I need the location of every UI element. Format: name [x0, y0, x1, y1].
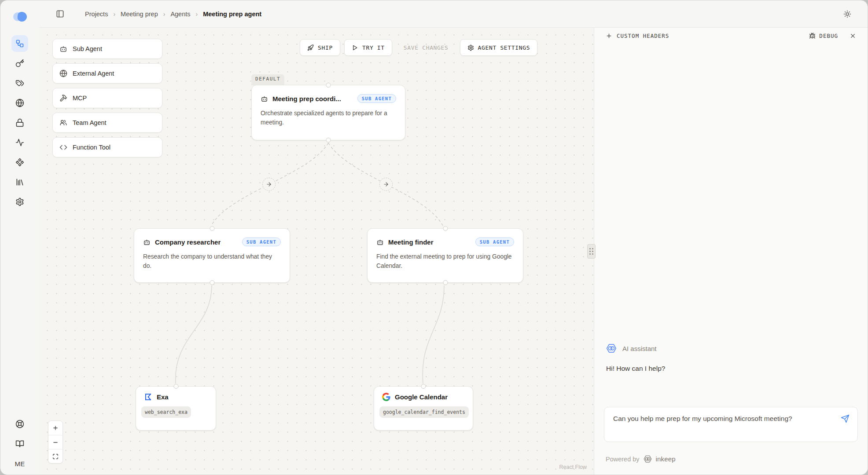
- bot-icon: [376, 238, 384, 246]
- node-google-calendar-tool[interactable]: Google Calendar google_calendar_find_eve…: [374, 386, 473, 431]
- breadcrumb-agents[interactable]: Agents: [170, 11, 190, 18]
- zoom-out-button[interactable]: [48, 435, 63, 449]
- help-lifebuoy-icon[interactable]: [11, 416, 28, 432]
- breadcrumb: Projects Meeting prep Agents Meeting pre…: [85, 11, 261, 18]
- save-changes-button[interactable]: SAVE CHANGES: [396, 39, 456, 56]
- app-window: ME Projects Meeting prep Agents Meeting …: [0, 0, 868, 475]
- node-handle[interactable]: [210, 280, 214, 285]
- tool-title: Exa: [157, 393, 169, 401]
- node-handle[interactable]: [326, 83, 331, 88]
- custom-headers-label: CUSTOM HEADERS: [617, 33, 669, 39]
- assistant-header: AI assistant: [606, 343, 657, 354]
- breadcrumb-current-agent: Meeting prep agent: [203, 11, 261, 18]
- palette-team-agent[interactable]: Team Agent: [52, 113, 162, 133]
- nav-globe-icon[interactable]: [11, 95, 28, 111]
- close-panel-icon[interactable]: [850, 33, 856, 39]
- node-handle[interactable]: [443, 280, 448, 285]
- node-handle[interactable]: [173, 384, 178, 389]
- nav-tags-icon[interactable]: [11, 75, 28, 91]
- node-handle[interactable]: [443, 226, 448, 231]
- palette-external-agent[interactable]: External Agent: [52, 63, 162, 84]
- rocket-icon: [307, 44, 314, 51]
- nav-components-icon[interactable]: [11, 154, 28, 171]
- node-meeting-prep-coordinator[interactable]: Meeting prep coordi... SUB AGENT Orchest…: [251, 85, 405, 140]
- palette-item-label: Team Agent: [73, 119, 107, 126]
- fit-view-button[interactable]: [48, 449, 63, 463]
- chat-panel-header: CUSTOM HEADERS DEBUG: [594, 28, 868, 44]
- breadcrumb-separator: [196, 11, 198, 18]
- sub-agent-badge: SUB AGENT: [357, 94, 396, 103]
- breadcrumb-separator: [113, 11, 115, 18]
- nav-lock-icon[interactable]: [11, 114, 28, 131]
- node-exa-tool[interactable]: Exa web_search_exa: [136, 386, 216, 431]
- node-title: Meeting prep coordi...: [272, 95, 341, 102]
- breadcrumb-meeting-prep[interactable]: Meeting prep: [121, 11, 158, 18]
- agent-settings-button[interactable]: AGENT SETTINGS: [460, 39, 538, 56]
- node-company-researcher[interactable]: Company researcher SUB AGENT Research th…: [134, 228, 290, 283]
- ship-button[interactable]: SHIP: [300, 39, 340, 56]
- inkeep-logo-icon: [643, 454, 652, 464]
- panel-resize-handle[interactable]: [587, 244, 596, 259]
- chat-panel: CUSTOM HEADERS DEBUG AI assista: [594, 28, 868, 475]
- node-handle[interactable]: [326, 138, 331, 142]
- node-description: Orchestrate specialized agents to prepar…: [261, 109, 396, 128]
- chat-input-box[interactable]: Can you help me prep for my upcoming Mic…: [604, 407, 858, 442]
- breadcrumb-separator: [163, 11, 166, 18]
- nav-settings-icon[interactable]: [11, 194, 28, 210]
- breadcrumb-projects[interactable]: Projects: [85, 11, 108, 18]
- inkeep-assistant-icon: [606, 343, 617, 354]
- users-icon: [59, 119, 67, 127]
- node-handle[interactable]: [421, 384, 426, 389]
- play-icon: [352, 44, 358, 51]
- palette-item-label: Sub Agent: [73, 45, 102, 52]
- custom-headers-button[interactable]: CUSTOM HEADERS: [606, 33, 669, 39]
- try-it-button[interactable]: TRY IT: [344, 39, 392, 56]
- flow-canvas[interactable]: Sub Agent External Agent MCP Team Agent: [39, 28, 594, 475]
- powered-by-label: Powered by: [606, 456, 640, 463]
- nav-workflow-icon[interactable]: [11, 35, 28, 52]
- chat-input[interactable]: Can you help me prep for my upcoming Mic…: [613, 413, 829, 424]
- powered-by-footer[interactable]: Powered by inkeep: [606, 454, 676, 464]
- theme-toggle-sun-icon[interactable]: [840, 7, 854, 21]
- palette-mcp[interactable]: MCP: [52, 88, 162, 108]
- tool-title: Google Calendar: [395, 393, 448, 401]
- zoom-controls: [48, 420, 63, 464]
- save-changes-label: SAVE CHANGES: [404, 44, 449, 51]
- default-agent-tab: DEFAULT: [251, 74, 284, 85]
- node-title: Meeting finder: [388, 238, 434, 246]
- debug-button[interactable]: DEBUG: [809, 33, 838, 39]
- node-title: Company researcher: [155, 238, 221, 246]
- bug-icon: [809, 33, 816, 39]
- react-flow-attribution[interactable]: React Flow: [559, 464, 587, 470]
- user-avatar[interactable]: ME: [15, 460, 25, 468]
- node-meeting-finder[interactable]: Meeting finder SUB AGENT Find the extern…: [367, 228, 523, 283]
- node-description: Find the external meeting to prep for us…: [376, 252, 514, 271]
- sidebar-toggle-icon[interactable]: [53, 7, 66, 21]
- ship-label: SHIP: [318, 44, 333, 51]
- send-icon: [841, 414, 850, 423]
- inkeep-logo-icon[interactable]: [10, 8, 29, 24]
- node-handle[interactable]: [210, 226, 214, 231]
- canvas-toolbar: SHIP TRY IT SAVE CHANGES AGENT SETTINGS: [300, 39, 537, 56]
- code-icon: [59, 143, 67, 151]
- exa-logo-icon: [144, 393, 152, 401]
- send-button[interactable]: [839, 413, 851, 424]
- bot-icon: [261, 95, 268, 102]
- icon-rail: ME: [0, 0, 39, 475]
- nav-library-icon[interactable]: [11, 174, 28, 190]
- gear-icon: [467, 44, 474, 51]
- bot-icon: [143, 238, 151, 246]
- tool-name-pill: google_calendar_find_events: [379, 406, 469, 418]
- nav-key-icon[interactable]: [11, 55, 28, 72]
- brand-name: inkeep: [656, 455, 676, 463]
- palette-sub-agent[interactable]: Sub Agent: [52, 39, 162, 59]
- nav-activity-icon[interactable]: [11, 134, 28, 151]
- google-logo-icon: [382, 393, 390, 401]
- edge-arrow-icon[interactable]: [379, 178, 393, 191]
- docs-book-icon[interactable]: [11, 435, 28, 452]
- edge-arrow-icon[interactable]: [262, 178, 276, 191]
- zoom-in-button[interactable]: [48, 421, 63, 435]
- palette-function-tool[interactable]: Function Tool: [52, 137, 162, 157]
- agent-settings-label: AGENT SETTINGS: [478, 44, 530, 51]
- node-description: Research the company to understand what …: [143, 252, 281, 271]
